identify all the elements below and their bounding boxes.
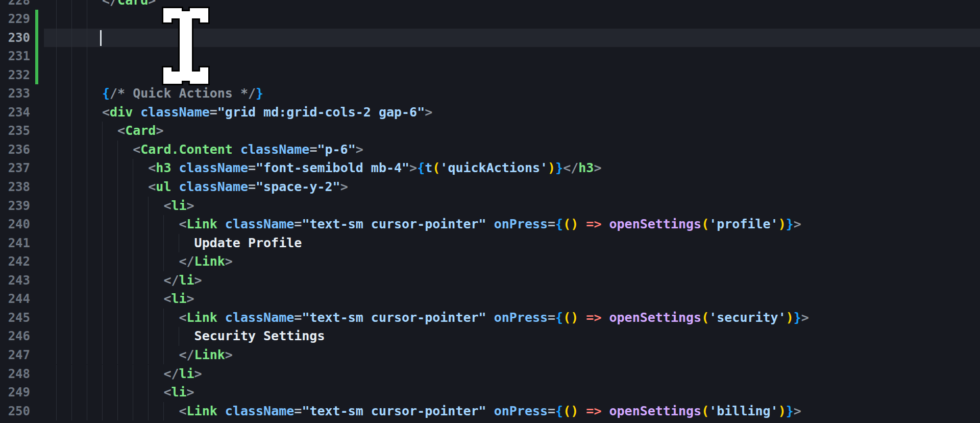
indent-guide [148, 252, 149, 271]
token-o: = [548, 217, 555, 231]
token-k: => [586, 404, 601, 418]
token-t: h3 [156, 160, 171, 175]
line-number[interactable]: 229 [0, 10, 30, 29]
token-t: Link [187, 404, 217, 418]
line-number[interactable]: 250 [0, 402, 30, 421]
code-line-243[interactable]: 243</li> [0, 271, 980, 290]
indent-guide [133, 178, 133, 197]
indent-guide [133, 327, 133, 346]
token-f: openSettings [609, 310, 702, 325]
token-w [233, 142, 240, 157]
code-line-245[interactable]: 245<Link className="text-sm cursor-point… [0, 309, 980, 327]
token-o: = [548, 404, 555, 418]
line-number[interactable]: 232 [0, 66, 30, 85]
indent-guide [148, 402, 149, 421]
indent-guide [56, 271, 57, 290]
line-number[interactable]: 245 [0, 309, 30, 327]
line-number[interactable]: 244 [0, 290, 30, 309]
line-number[interactable]: 242 [0, 252, 30, 271]
token-b: } [794, 310, 801, 325]
token-p: > [340, 179, 348, 194]
code-line-250[interactable]: 250<Link className="text-sm cursor-point… [0, 402, 980, 421]
token-f: openSettings [609, 404, 702, 418]
token-y: ( [563, 310, 571, 325]
code-line-236[interactable]: 236<Card.Content className="p-6"> [0, 140, 980, 159]
indent-guide [102, 402, 103, 421]
indent-guide [71, 383, 72, 402]
indent-guide [102, 365, 103, 384]
code-line-249[interactable]: 249<li> [0, 383, 980, 402]
code-line-231[interactable]: 231 [0, 47, 980, 66]
line-number[interactable]: 249 [0, 383, 30, 402]
token-p: > [409, 160, 417, 175]
indent-guide [87, 122, 87, 140]
ibeam-shape [163, 8, 208, 84]
indent-guide [56, 234, 57, 253]
line-number[interactable]: 236 [0, 140, 30, 159]
indent-guide [117, 346, 118, 365]
token-a: className [240, 142, 309, 157]
code-line-241[interactable]: 241Update Profile [0, 234, 980, 253]
code-line-230[interactable]: 230 [0, 29, 980, 48]
code-line-237[interactable]: 237<h3 className="font-semibold mb-4">{t… [0, 159, 980, 178]
line-number[interactable]: 235 [0, 122, 30, 140]
token-b: } [555, 160, 563, 175]
code-line-228[interactable]: 228</Card> [0, 0, 980, 10]
code-line-229[interactable]: 229 [0, 10, 980, 29]
token-k: => [586, 217, 601, 231]
token-s: "text-sm cursor-pointer" [302, 310, 486, 325]
indent-guide [163, 309, 164, 327]
line-number[interactable]: 247 [0, 346, 30, 365]
line-number[interactable]: 234 [0, 103, 30, 122]
indent-guide [87, 234, 87, 253]
token-o: = [210, 105, 217, 120]
token-t: Link [194, 254, 225, 269]
token-w [171, 160, 179, 175]
code-line-240[interactable]: 240<Link className="text-sm cursor-point… [0, 215, 980, 234]
token-w [217, 217, 225, 231]
code-line-244[interactable]: 244<li> [0, 290, 980, 309]
indent-guide [102, 140, 103, 159]
indent-guide [71, 29, 72, 48]
token-b: { [555, 310, 563, 325]
line-number[interactable]: 239 [0, 197, 30, 216]
code-editor[interactable]: 228</Card>229230231232233{/* Quick Actio… [0, 0, 980, 423]
token-s: "space-y-2" [256, 179, 340, 194]
code-line-233[interactable]: 233{/* Quick Actions */} [0, 84, 980, 103]
line-number[interactable]: 243 [0, 271, 30, 290]
code-line-248[interactable]: 248</li> [0, 365, 980, 384]
line-number[interactable]: 246 [0, 327, 30, 346]
token-y: ) [548, 160, 555, 175]
token-y: ( [701, 404, 709, 418]
token-p: </ [179, 254, 194, 269]
code-line-247[interactable]: 247</Link> [0, 346, 980, 365]
token-t: li [171, 291, 186, 306]
indent-guide [87, 402, 87, 421]
code-line-242[interactable]: 242</Link> [0, 252, 980, 271]
line-number[interactable]: 228 [0, 0, 30, 10]
code-line-234[interactable]: 234<div className="grid md:grid-cols-2 g… [0, 103, 980, 122]
indent-guide [71, 402, 72, 421]
line-number[interactable]: 240 [0, 215, 30, 234]
code-line-235[interactable]: 235<Card> [0, 122, 980, 140]
code-line-246[interactable]: 246Security Settings [0, 327, 980, 346]
code-text: </li> [163, 271, 202, 290]
code-line-232[interactable]: 232 [0, 66, 980, 85]
line-number[interactable]: 248 [0, 365, 30, 384]
line-number[interactable]: 241 [0, 234, 30, 253]
indent-guide [102, 383, 103, 402]
code-line-238[interactable]: 238<ul className="space-y-2"> [0, 178, 980, 197]
indent-guide [87, 84, 87, 103]
line-number[interactable]: 230 [0, 29, 30, 48]
indent-guide [87, 159, 87, 178]
token-o: = [294, 310, 302, 325]
code-line-239[interactable]: 239<li> [0, 197, 980, 216]
indent-guide [56, 47, 57, 66]
line-number[interactable]: 233 [0, 84, 30, 103]
token-p: < [179, 217, 187, 231]
line-number[interactable]: 237 [0, 159, 30, 178]
token-o: = [294, 404, 302, 418]
line-number[interactable]: 231 [0, 47, 30, 66]
indent-guide [87, 10, 87, 29]
line-number[interactable]: 238 [0, 178, 30, 197]
